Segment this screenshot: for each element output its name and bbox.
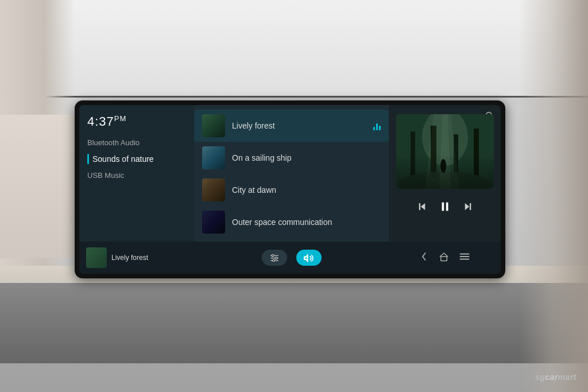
prev-button[interactable] [417, 201, 427, 212]
svg-marker-12 [420, 203, 425, 210]
next-button[interactable] [463, 201, 473, 212]
track-item-city-dawn[interactable]: City at dawn [194, 174, 389, 206]
center-panel: Lively forest On a sailing ship [194, 105, 389, 242]
pause-button[interactable] [439, 200, 451, 213]
track-info: Outer space communication [232, 218, 381, 227]
svg-rect-13 [419, 203, 420, 210]
svg-point-19 [272, 254, 274, 257]
eq-button[interactable] [262, 250, 287, 266]
svg-rect-17 [470, 203, 471, 210]
home-button[interactable] [439, 251, 449, 264]
eq-bar-1 [373, 127, 375, 130]
left-panel: 4:37PM Bluetooth Audio Sounds of nature … [79, 105, 194, 242]
back-button[interactable] [420, 251, 428, 264]
track-name-sailing-ship: On a sailing ship [232, 153, 381, 162]
track-list: Lively forest On a sailing ship [194, 105, 389, 242]
svg-rect-24 [440, 257, 447, 261]
track-info: City at dawn [232, 185, 381, 195]
svg-rect-14 [442, 203, 444, 211]
screen-bezel: 4:37PM Bluetooth Audio Sounds of nature … [75, 100, 505, 278]
mini-album-thumb [86, 247, 107, 268]
track-item-outer-space[interactable]: Outer space communication [194, 206, 389, 238]
playback-controls [417, 196, 473, 219]
seat-area [0, 115, 80, 258]
sgcarmart-watermark: sgcarmart [535, 372, 577, 382]
eq-bar-2 [376, 123, 378, 130]
bottom-center-controls [194, 250, 389, 266]
screen-main: 4:37PM Bluetooth Audio Sounds of nature … [79, 105, 501, 242]
track-item-sailing-ship[interactable]: On a sailing ship [194, 142, 389, 174]
svg-point-23 [272, 259, 274, 262]
source-sounds-of-nature[interactable]: Sounds of nature [87, 153, 186, 165]
track-info: Lively forest [232, 121, 366, 130]
svg-point-21 [275, 257, 277, 259]
track-thumb-space [202, 211, 225, 234]
car-interior-top [0, 0, 588, 98]
right-panel [389, 105, 501, 242]
bottom-bar: Lively forest [79, 242, 501, 274]
menu-button[interactable] [459, 253, 470, 263]
eq-bar-3 [379, 126, 381, 130]
now-playing-mini: Lively forest [79, 247, 194, 268]
source-usb[interactable]: USB Music [87, 170, 186, 181]
source-list: Bluetooth Audio Sounds of nature USB Mus… [87, 137, 186, 181]
tree-silhouette [396, 154, 494, 189]
time-ampm: PM [114, 114, 127, 123]
svg-marker-16 [465, 203, 469, 210]
track-thumb-ship [202, 146, 225, 169]
infotainment-screen: 4:37PM Bluetooth Audio Sounds of nature … [79, 105, 501, 274]
right-blur [519, 0, 588, 392]
track-info: On a sailing ship [232, 153, 381, 162]
watermark-text: sgcarmart [535, 372, 577, 382]
track-name-outer-space: Outer space communication [232, 218, 381, 227]
bottom-navigation [389, 251, 501, 264]
vent-area [0, 283, 588, 363]
track-name-city-dawn: City at dawn [232, 185, 381, 195]
time-value: 4:37 [87, 114, 114, 129]
album-art [396, 114, 494, 189]
mini-track-name: Lively forest [111, 254, 148, 262]
equalizer-icon [373, 121, 381, 130]
track-thumb-city [202, 178, 225, 201]
track-item-lively-forest[interactable]: Lively forest [194, 110, 389, 142]
time-display: 4:37PM [87, 114, 186, 129]
source-bluetooth[interactable]: Bluetooth Audio [87, 137, 186, 148]
track-thumb-forest [202, 114, 225, 137]
svg-rect-15 [446, 203, 448, 211]
track-name-lively-forest: Lively forest [232, 121, 366, 130]
audio-button[interactable] [296, 250, 322, 266]
